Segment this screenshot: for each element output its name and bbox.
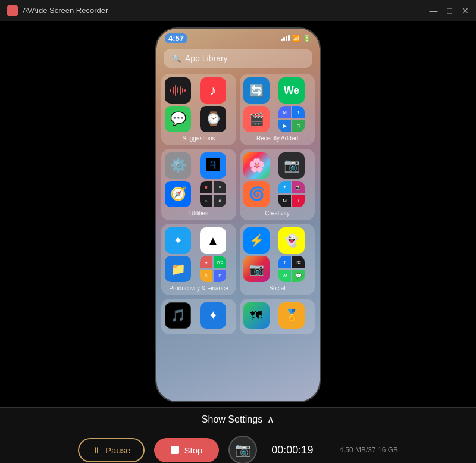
category-creativity: 🌸 📷 🌀 ✦ 📸 M	[240, 149, 315, 220]
screenshot-button[interactable]: 📷	[228, 436, 257, 463]
social-label: Social	[243, 285, 311, 292]
wifi-icon: 📶	[292, 35, 300, 42]
chevron-up-icon: ∧	[267, 414, 274, 425]
messages-icon[interactable]: 💬	[165, 106, 191, 132]
row-1: ♪ 💬 ⌚ Suggestions	[161, 74, 315, 145]
stop-icon	[171, 446, 179, 454]
productivity-grid: ✦ ▲ 📁 ● We $	[165, 227, 233, 282]
phone-mockup: 4:57 📶 🔋 🔍 App Library	[155, 27, 321, 402]
main-content: 4:57 📶 🔋 🔍 App Library	[0, 21, 476, 463]
svg-rect-6	[184, 89, 186, 92]
wechat-icon[interactable]: We	[278, 77, 305, 104]
pause-label: Pause	[105, 445, 131, 455]
files-icon[interactable]: 📁	[165, 256, 191, 282]
controls-bar: ⏸ Pause Stop 📷 00:00:19 4.50 MB/37.16 GB	[0, 430, 476, 463]
snapchat-icon[interactable]: 👻	[278, 227, 305, 254]
category-travel: 🗺 🏅	[240, 299, 315, 334]
safari-icon[interactable]: 🧭	[165, 181, 191, 207]
search-bar[interactable]: 🔍 App Library	[164, 49, 312, 68]
status-bar: 4:57 📶 🔋	[156, 29, 320, 45]
messenger-icon[interactable]: ⚡	[243, 227, 270, 254]
creativity-grid: 🌸 📷 🌀 ✦ 📸 M	[243, 152, 311, 207]
show-settings-bar[interactable]: Show Settings ∧	[0, 407, 476, 430]
search-bar-label: App Library	[185, 54, 228, 63]
category-recently-added: 🔄 We 🎬 M f ▶	[240, 74, 315, 145]
settings-icon[interactable]: ⚙️	[165, 152, 191, 179]
travel-grid: 🗺 🏅	[243, 302, 311, 331]
recently-added-grid: 🔄 We 🎬 M f ▶	[243, 77, 311, 132]
svg-rect-0	[170, 89, 171, 92]
category-suggestions: ♪ 💬 ⌚ Suggestions	[161, 74, 236, 145]
category-productivity: ✦ ▲ 📁 ● We $	[161, 224, 236, 295]
search-icon: 🔍	[172, 54, 181, 63]
maps-icon[interactable]: 🗺	[243, 302, 270, 329]
row-2: ⚙️ 🅰 🧭 ■ ≡ ○	[161, 149, 315, 220]
gdrive-icon[interactable]: ▲	[200, 227, 226, 254]
svg-rect-1	[173, 87, 174, 94]
maximize-button[interactable]: □	[447, 7, 452, 15]
creativity-label: Creativity	[243, 210, 311, 217]
svg-rect-3	[177, 87, 178, 93]
window-controls: — □ ✕	[430, 7, 469, 15]
category-social: ⚡ 👻 📷 f lite W	[240, 224, 315, 295]
pinwheel-icon[interactable]: 🌀	[243, 181, 270, 207]
title-bar-left: AVAide Screen Recorder	[7, 5, 108, 16]
stop-button[interactable]: Stop	[154, 438, 219, 462]
music-icon[interactable]: ♪	[200, 77, 226, 104]
svg-rect-4	[180, 86, 181, 95]
mini-grid-utilities: ■ ≡ ○ #	[200, 181, 226, 207]
instagram-icon[interactable]: 📷	[243, 256, 270, 282]
category-utilities: ⚙️ 🅰 🧭 ■ ≡ ○	[161, 149, 236, 220]
svg-rect-5	[182, 88, 183, 93]
watchfaces-icon[interactable]: ⌚	[200, 106, 226, 132]
voice-memos-icon[interactable]	[165, 77, 191, 104]
app-icon	[7, 5, 18, 16]
inshot-icon[interactable]: 🎬	[243, 106, 270, 132]
find-icon[interactable]: 🏅	[278, 302, 305, 329]
transfer-icon[interactable]: 🔄	[243, 77, 270, 104]
storage-display: 4.50 MB/37.16 GB	[339, 446, 398, 454]
utilities-label: Utilities	[165, 210, 233, 217]
battery-icon: 🔋	[303, 35, 311, 42]
mini-grid-productivity: ● We $ P	[200, 256, 226, 282]
mini-grid-social: f lite W 💬	[278, 256, 305, 282]
app-grid: ♪ 💬 ⌚ Suggestions	[156, 74, 320, 334]
pause-button[interactable]: ⏸ Pause	[78, 438, 145, 462]
entertainment-grid: 🎵 ✦	[165, 302, 233, 331]
photos-icon[interactable]: 🌸	[243, 152, 270, 179]
status-time: 4:57	[165, 33, 187, 43]
app-title: AVAide Screen Recorder	[23, 6, 108, 15]
row-3: ✦ ▲ 📁 ● We $	[161, 224, 315, 295]
status-icons: 📶 🔋	[281, 35, 311, 42]
stop-label: Stop	[184, 445, 202, 455]
pause-icon: ⏸	[92, 445, 101, 455]
signal-icon	[281, 35, 290, 41]
row-4: 🎵 ✦ 🗺	[161, 299, 315, 334]
twitter-icon[interactable]: ✦	[165, 227, 191, 254]
appstore-icon[interactable]: 🅰	[200, 152, 226, 179]
suggestions-label: Suggestions	[165, 135, 233, 142]
phone-screen: 4:57 📶 🔋 🔍 App Library	[156, 29, 320, 401]
tiktok-icon[interactable]: 🎵	[165, 302, 191, 329]
suggestions-grid: ♪ 💬 ⌚	[165, 77, 233, 132]
testflight-icon[interactable]: ✦	[200, 302, 226, 329]
timer-display: 00:00:19	[271, 444, 325, 456]
title-bar: AVAide Screen Recorder — □ ✕	[0, 0, 476, 21]
show-settings-text: Show Settings	[202, 414, 262, 425]
mini-grid-creativity: ✦ 📸 M +	[278, 181, 305, 207]
camera-screenshot-icon: 📷	[235, 442, 251, 458]
camera-icon[interactable]: 📷	[278, 152, 305, 179]
mini-grid-recently: M f ▶ G	[278, 106, 305, 132]
bottom-bar: Show Settings ∧ ⏸ Pause Stop 📷 00:00:19 …	[0, 407, 476, 463]
svg-rect-2	[175, 85, 176, 96]
minimize-button[interactable]: —	[430, 7, 438, 15]
close-button[interactable]: ✕	[462, 7, 469, 15]
recently-added-label: Recently Added	[243, 135, 311, 142]
utilities-grid: ⚙️ 🅰 🧭 ■ ≡ ○	[165, 152, 233, 207]
productivity-label: Productivity & Finance	[165, 285, 233, 292]
category-entertainment: 🎵 ✦	[161, 299, 236, 334]
social-grid: ⚡ 👻 📷 f lite W	[243, 227, 311, 282]
